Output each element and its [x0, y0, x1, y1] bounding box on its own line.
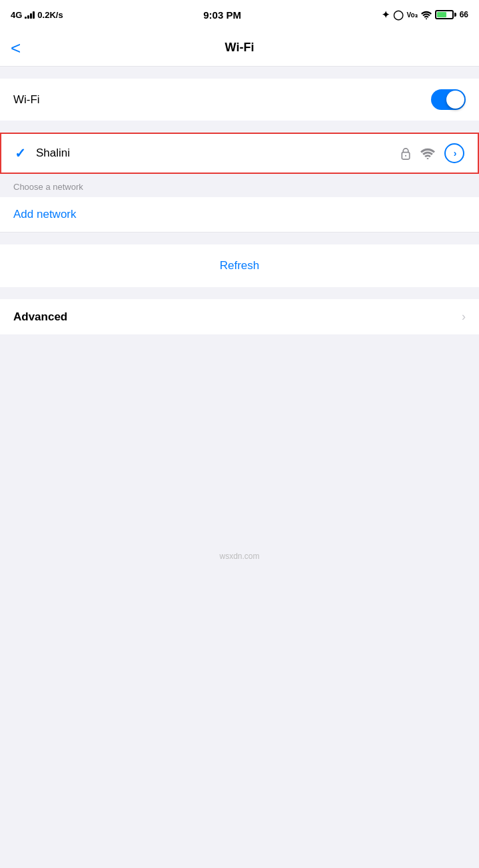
battery-percent: 66 [460, 10, 468, 19]
svg-point-2 [405, 155, 406, 156]
bottom-area: wsxdn.com [0, 334, 479, 588]
status-time: 9:03 PM [203, 9, 241, 21]
battery-indicator [435, 10, 456, 19]
nav-header: < Wi-Fi [0, 29, 479, 67]
alarm-icon: ◯ [393, 9, 404, 20]
watermark: wsxdn.com [0, 538, 479, 574]
back-button[interactable]: < [11, 39, 21, 57]
svg-point-3 [427, 157, 429, 159]
network-speed: 0.2K/s [37, 10, 63, 20]
advanced-chevron-icon: › [462, 310, 466, 324]
wifi-toggle-section: Wi-Fi [0, 79, 479, 121]
advanced-label: Advanced [13, 310, 67, 324]
checkmark-icon: ✓ [15, 145, 27, 161]
section-gap-1 [0, 67, 479, 79]
wifi-label: Wi-Fi [13, 93, 40, 107]
wifi-connected-icon [420, 148, 435, 159]
network-type: 4G [11, 10, 22, 20]
wifi-status-icon [421, 11, 432, 19]
refresh-button[interactable]: Refresh [220, 259, 260, 272]
network-icons: › [400, 143, 464, 163]
add-network-row[interactable]: Add network [0, 197, 479, 232]
choose-network-label: Choose a network [0, 174, 479, 197]
chevron-right-icon: › [454, 148, 457, 159]
network-detail-button[interactable]: › [444, 143, 464, 163]
status-left: 4G 0.2K/s [11, 10, 63, 20]
bluetooth-icon: ✦ [382, 9, 390, 20]
status-right: ✦ ◯ Vo₂ 66 [382, 9, 468, 20]
page-title: Wi-Fi [225, 41, 254, 55]
wifi-toggle[interactable] [431, 89, 466, 110]
status-bar: 4G 0.2K/s 9:03 PM ✦ ◯ Vo₂ 66 [0, 0, 479, 29]
network-name: Shalini [36, 147, 400, 160]
lock-icon [400, 147, 411, 160]
toggle-knob [446, 91, 464, 109]
section-gap-2 [0, 121, 479, 133]
volte-icon: Vo₂ [407, 11, 418, 19]
add-network-link[interactable]: Add network [13, 208, 77, 220]
signal-bars [25, 11, 35, 19]
advanced-section[interactable]: Advanced › [0, 299, 479, 334]
svg-point-0 [426, 18, 427, 19]
refresh-section: Refresh [0, 244, 479, 287]
connected-network-row[interactable]: ✓ Shalini › [0, 133, 479, 174]
wifi-toggle-row: Wi-Fi [0, 79, 479, 121]
